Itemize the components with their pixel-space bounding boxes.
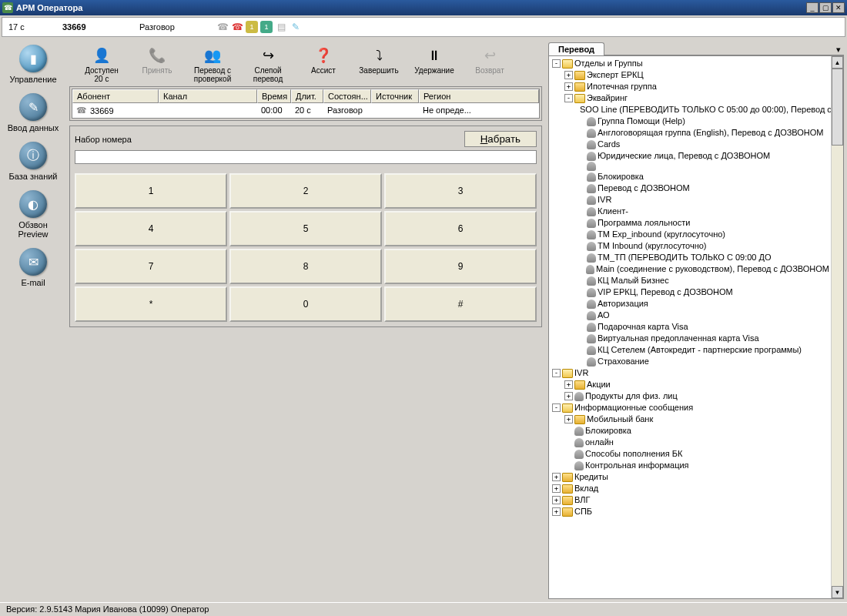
toolbar-available[interactable]: 👤Доступен 20 с [80,46,123,83]
tree-expand-icon[interactable]: + [552,484,561,493]
sidebar-kb[interactable]: ⓘБаза знаний [6,142,60,181]
tree-node[interactable]: IVR [577,194,829,206]
sidebar-preview[interactable]: ◐Обзвон Preview [6,190,60,239]
key-2[interactable]: 2 [229,173,382,209]
tree-node[interactable]: КЦ Малый Бизнес [577,275,829,286]
tree-node[interactable]: + Продукты для физ. лиц [564,390,829,402]
col-time[interactable]: Время [257,89,291,103]
tree-node[interactable]: Блокировка [577,171,829,182]
tree-node[interactable] [577,162,829,171]
key-*[interactable]: * [75,286,227,322]
key-#[interactable]: # [384,286,537,322]
tree-expand-icon[interactable]: - [552,59,561,68]
tree-node[interactable]: - Отделы и Группы+ Эксперт ЕРКЦ+ Ипотечн… [552,58,829,367]
key-1[interactable]: 1 [75,173,227,209]
tree-node[interactable]: Cards [577,139,829,150]
col-state[interactable]: Состоян... [323,89,371,103]
tree-expand-icon[interactable]: + [564,71,573,79]
key-8[interactable]: 8 [229,249,382,284]
toolbar-blind[interactable]: ↪Слепой перевод [246,46,290,83]
tree-node[interactable]: TM Inbound (круглосуточно) [577,240,829,252]
tree-node[interactable]: - Информационные сообщения+ Мобильный ба… [552,402,829,471]
toolbar-end[interactable]: ⤵Завершить [357,46,400,83]
tree-expand-icon[interactable]: + [564,82,573,91]
tree-node[interactable]: Страхование [577,356,829,367]
tree-node[interactable]: Англоговорящая группа (English), Перевод… [577,127,829,139]
tab-dropdown-icon[interactable]: ▾ [833,45,844,55]
bubble-2-icon[interactable]: 1 [260,21,273,33]
tree-node[interactable]: КЦ Сетелем (Автокредит - партнерские про… [577,344,829,356]
tree-expand-icon[interactable]: + [564,415,573,424]
tree-node[interactable]: + ВЛГ [552,494,829,506]
tree-expand-icon[interactable]: - [552,403,561,412]
tree-node[interactable]: + Мобильный банк [564,413,829,425]
key-4[interactable]: 4 [75,211,227,246]
tree-node[interactable]: Юридические лица, Перевод с ДОЗВОНОМ [577,150,829,162]
toolbar-hold[interactable]: ⏸Удержание [413,46,456,83]
tab-transfer[interactable]: Перевод [548,42,604,55]
tree-node[interactable]: Контрольная информация [564,460,829,471]
tree-node[interactable]: + Акции [564,379,829,390]
minimize-button[interactable]: _ [806,2,819,13]
tree-node[interactable]: TM Exp_inbound (круглосуточно) [577,229,829,240]
key-3[interactable]: 3 [384,173,537,209]
sidebar-email[interactable]: ✉E-mail [6,248,60,287]
tree-expand-icon[interactable]: + [552,473,561,481]
tree-node[interactable]: + СПБ [552,506,829,517]
scroll-thumb[interactable] [832,69,843,146]
tree-expand-icon[interactable]: + [564,392,573,400]
handset-red-icon[interactable]: ☎ [231,21,243,33]
tree-node[interactable]: Клиент- [577,206,829,217]
tree-node[interactable]: Способы пополнения БК [564,448,829,460]
tree-expand-icon[interactable]: + [552,507,561,516]
tree-node[interactable]: + Вклад [552,483,829,494]
tree-expand-icon[interactable]: - [564,94,573,102]
key-5[interactable]: 5 [229,211,382,246]
sidebar-control[interactable]: ▮Управление [6,45,60,84]
scroll-down-icon[interactable]: ▼ [832,586,843,598]
tree-node[interactable]: Программа лояльности [577,217,829,229]
toolbar-assist[interactable]: ❓Ассист [302,46,345,83]
pin-icon[interactable]: ✎ [290,21,302,33]
scroll-up-icon[interactable]: ▲ [832,56,843,69]
tree-node[interactable]: Блокировка [564,425,829,437]
transfer-tree[interactable]: - Отделы и Группы+ Эксперт ЕРКЦ+ Ипотечн… [549,56,831,598]
tree-node[interactable]: Main (соединение с руководством), Перево… [577,263,829,275]
close-button[interactable]: ✕ [832,2,845,13]
key-0[interactable]: 0 [229,286,382,322]
col-channel[interactable]: Канал [159,89,257,103]
tree-expand-icon[interactable]: - [552,369,561,377]
key-9[interactable]: 9 [384,249,537,284]
toolbar-transfer[interactable]: 👥Перевод с проверкой [191,46,234,83]
tree-node[interactable]: Виртуальная предоплаченная карта Visa [577,333,829,344]
tree-node[interactable]: - IVR+ Акции+ Продукты для физ. лиц [552,367,829,402]
col-source[interactable]: Источник [371,89,419,103]
col-duration[interactable]: Длит. [291,89,323,103]
tree-node[interactable]: Перевод с ДОЗВОНОМ [577,182,829,194]
tree-expand-icon[interactable]: + [564,380,573,389]
tree-node[interactable]: онлайн [564,437,829,448]
tree-node[interactable]: + Кредиты [552,471,829,483]
tree-node[interactable]: АО [577,310,829,321]
tree-node[interactable]: VIP ЕРКЦ, Перевод с ДОЗВОНОМ [577,286,829,298]
dial-button[interactable]: Набрать [464,131,537,147]
col-region[interactable]: Регион [419,89,539,103]
tree-node[interactable]: + Ипотечная группа [564,81,829,92]
tree-node[interactable]: SOO Line (ПЕРЕВОДИТЬ ТОЛЬКО С 05:00 до 0… [577,104,829,116]
maximize-button[interactable]: ▢ [819,2,832,13]
tree-expand-icon[interactable]: + [552,496,561,504]
handset-grey-icon[interactable]: ☎ [216,21,229,33]
tree-node[interactable]: Подарочная карта Visa [577,321,829,333]
tree-scrollbar[interactable]: ▲ ▼ [831,56,843,598]
tree-node[interactable]: - Эквайринг SOO Line (ПЕРЕВОДИТЬ ТОЛЬКО … [564,92,829,367]
table-row[interactable]: ☎3366900:0020 сРазговорНе опреде... [72,103,539,118]
key-7[interactable]: 7 [75,249,227,284]
tree-node[interactable]: Авторизация [577,298,829,310]
dial-input[interactable] [75,150,537,164]
bubble-1-icon[interactable]: 1 [246,21,258,33]
tree-node[interactable]: Группа Помощи (Help) [577,116,829,127]
col-subscriber[interactable]: Абонент [72,89,159,103]
key-6[interactable]: 6 [384,211,537,246]
sidebar-input[interactable]: ✎Ввод данных [6,93,60,132]
tree-node[interactable]: + Эксперт ЕРКЦ [564,69,829,81]
